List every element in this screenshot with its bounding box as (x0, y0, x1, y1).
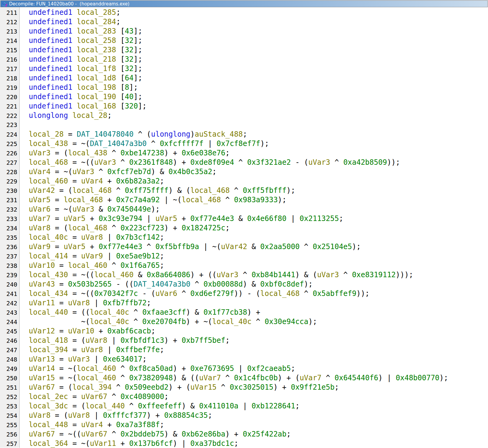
code-line[interactable]: 235 local_40c = uVar8 | 0x7b3cf142; (0, 233, 488, 242)
code-line[interactable]: 217 undefined1 local_1f8 [32]; (0, 64, 488, 73)
code-text[interactable]: uVar13 = uVar3 | 0xe634017; (20, 355, 147, 364)
code-line[interactable]: 256 uVar67 = ~((uVar67 ^ 0x2bddeb75) & 0… (0, 430, 488, 439)
code-text[interactable]: undefined1 local_258 [32]; (20, 36, 142, 45)
code-text[interactable]: uVar8 = (uVar8 | 0xfffcf377) + 0x88854c3… (20, 411, 212, 420)
code-text[interactable]: uVar11 = uVar8 | 0xfb7ffb72; (20, 298, 151, 308)
code-text[interactable]: uVar12 = uVar10 + 0xabf6cacb; (20, 326, 155, 336)
code-line[interactable]: 249 uVar14 = ~(local_460 ^ 0xf8ca50ad) +… (0, 364, 488, 373)
code-line[interactable]: 241 local_434 = ~((0x70342f7c - (uVar6 ^… (0, 289, 488, 298)
code-line[interactable]: 251 uVar67 = (local_394 ^ 0x509eebd2) + … (0, 383, 488, 392)
code-text[interactable]: uVar15 = ~(local_460 ^ 0x73820948) & ((u… (20, 373, 448, 383)
code-line[interactable]: 239 local_430 = ~((local_460 & 0x8a66408… (0, 270, 488, 280)
code-line[interactable]: 254 uVar8 = (uVar8 | 0xfffcf377) + 0x888… (0, 411, 488, 420)
code-text[interactable]: undefined1 local_190 [40]; (20, 92, 142, 102)
code-line[interactable]: 222 ulonglong local_28; (0, 111, 488, 120)
code-text[interactable]: uVar67 = ~((uVar67 ^ 0x2bddeb75) & 0xb62… (20, 430, 291, 439)
code-line[interactable]: 231 uVar5 = local_468 + 0x7c7a4a92 | ~(l… (0, 195, 488, 205)
code-text[interactable]: uVar5 = local_468 + 0x7c7a4a92 | ~(local… (20, 195, 287, 205)
code-line[interactable]: 244 ~(local_40c ^ 0xe20704fb) + ~(local_… (0, 317, 488, 326)
decompiler-icon: C f (2, 1, 8, 7)
code-text[interactable]: uVar7 = uVar5 + 0x3c93e794 | uVar5 + 0xf… (20, 214, 343, 223)
code-text[interactable]: local_40c = uVar8 | 0x7b3cf142; (20, 233, 164, 242)
code-line[interactable]: 247 local_394 = uVar8 | 0xffbef7fe; (0, 345, 488, 355)
code-text[interactable]: local_434 = ~((0x70342f7c - (uVar6 ^ 0xd… (20, 289, 369, 298)
code-line[interactable]: 220 undefined1 local_190 [40]; (0, 92, 488, 102)
code-line[interactable]: 233 uVar7 = uVar5 + 0x3c93e794 | uVar5 +… (0, 214, 488, 223)
code-text[interactable]: local_418 = (uVar8 | 0xfbfdf1c3) + 0xb7f… (20, 336, 230, 345)
code-line[interactable]: 212 undefined1 local_284; (0, 17, 488, 27)
code-text[interactable]: local_440 = ((local_40c ^ 0xfaae3cff) & … (20, 308, 260, 317)
code-text[interactable]: local_394 = uVar8 | 0xffbef7fe; (20, 345, 164, 355)
code-line[interactable]: 213 undefined1 local_283 [43]; (0, 27, 488, 36)
line-number: 218 (0, 74, 19, 83)
code-line[interactable]: 253 local_3dc = (local_440 ^ 0xffeefeff)… (0, 401, 488, 411)
code-text[interactable]: undefined1 local_285; (20, 8, 120, 17)
code-line[interactable]: 224 local_28 = DAT_140478040 ^ (ulonglon… (0, 130, 488, 139)
code-text[interactable]: uVar3 = (local_438 ^ 0xbe147238) + 0x6e0… (20, 148, 230, 158)
code-line[interactable]: 245 uVar12 = uVar10 + 0xabf6cacb; (0, 326, 488, 336)
line-number: 234 (0, 224, 19, 233)
code-text[interactable]: uVar43 = 0x503b2565 - ((DAT_14047a3b0 ^ … (20, 280, 313, 289)
code-line[interactable]: 240 uVar43 = 0x503b2565 - ((DAT_14047a3b… (0, 280, 488, 289)
code-line[interactable]: 236 uVar9 = uVar5 + 0xf77e44e3 ^ 0xf5bff… (0, 242, 488, 252)
code-text[interactable]: local_460 = uVar4 + 0x6b82a3a2; (20, 177, 164, 186)
line-number: 217 (0, 64, 19, 74)
code-text[interactable]: uVar42 = (local_468 ^ 0xff75ffff) & (loc… (20, 186, 295, 195)
code-text[interactable]: local_430 = ~((local_460 & 0x8a664086) +… (20, 270, 413, 280)
code-text[interactable]: ulonglong local_28; (20, 111, 112, 120)
code-line[interactable]: 226 uVar3 = (local_438 ^ 0xbe147238) + 0… (0, 148, 488, 158)
code-text[interactable]: uVar9 = uVar5 + 0xf77e44e3 ^ 0xf5bffb9a … (20, 242, 361, 252)
code-text[interactable]: local_28 = DAT_140478040 ^ (ulonglong)au… (20, 130, 247, 139)
code-line[interactable]: 230 uVar42 = (local_468 ^ 0xff75ffff) & … (0, 186, 488, 195)
code-line[interactable]: 257 local_364 = ~(uVar11 + 0x137b6fcf) |… (0, 439, 488, 448)
code-text[interactable]: undefined1 local_168 [320]; (20, 102, 147, 111)
line-number: 247 (0, 346, 19, 355)
code-line[interactable]: 238 uVar10 = local_460 ^ 0x1f6a765; (0, 261, 488, 270)
code-text[interactable]: undefined1 local_283 [43]; (20, 27, 142, 36)
code-line[interactable]: 252 local_2ec = uVar67 ^ 0xc4089000; (0, 392, 488, 401)
code-text[interactable]: undefined1 local_198 [8]; (20, 83, 138, 92)
code-line[interactable]: 250 uVar15 = ~(local_460 ^ 0x73820948) &… (0, 373, 488, 383)
code-text[interactable]: undefined1 local_1d8 [64]; (20, 73, 142, 83)
code-line[interactable]: 243 local_440 = ((local_40c ^ 0xfaae3cff… (0, 308, 488, 317)
code-text[interactable]: local_3dc = (local_440 ^ 0xffeefeff) & 0… (20, 401, 300, 411)
code-text[interactable]: local_448 = uVar4 + 0xa7a3f88f; (20, 420, 164, 430)
code-text[interactable]: uVar14 = ~(local_460 ^ 0xf8ca50ad) + 0xe… (20, 364, 295, 373)
code-line[interactable]: 223 (0, 120, 488, 130)
code-text[interactable]: uVar10 = local_460 ^ 0x1f6a765; (20, 261, 164, 270)
code-text[interactable]: local_2ec = uVar67 ^ 0xc4089000; (20, 392, 168, 401)
code-text[interactable]: undefined1 local_218 [32]; (20, 55, 142, 64)
code-line[interactable]: 234 uVar8 = (local_468 ^ 0x223cf723) + 0… (0, 223, 488, 233)
code-line[interactable]: 237 local_414 = uVar9 | 0xe5ae9b12; (0, 252, 488, 261)
code-text[interactable]: local_364 = ~(uVar11 + 0x137b6fcf) | 0xa… (20, 439, 239, 448)
decompile-code-panel[interactable]: 211 undefined1 local_285;212 undefined1 … (0, 7, 488, 448)
code-line[interactable]: 219 undefined1 local_198 [8]; (0, 83, 488, 92)
code-text[interactable]: local_468 = ~((uVar3 ^ 0x2361f848) + 0xd… (20, 158, 400, 167)
code-line[interactable]: 214 undefined1 local_258 [32]; (0, 36, 488, 45)
code-text[interactable]: uVar8 = (local_468 ^ 0x223cf723) + 0x182… (20, 223, 230, 233)
code-line[interactable]: 229 local_460 = uVar4 + 0x6b82a3a2; (0, 177, 488, 186)
decompiler-title-bar[interactable]: C f Decompile: FUN_14020ba00 - (hopeandd… (0, 0, 488, 7)
code-text[interactable]: local_414 = uVar9 | 0xe5ae9b12; (20, 252, 164, 261)
code-line[interactable]: 242 uVar11 = uVar8 | 0xfb7ffb72; (0, 298, 488, 308)
code-line[interactable]: 248 uVar13 = uVar3 | 0xe634017; (0, 355, 488, 364)
code-text[interactable]: uVar4 = ~(uVar3 ^ 0xfcf7eb7d) & 0x4b0c35… (20, 167, 216, 177)
code-text[interactable]: ~(local_40c ^ 0xe20704fb) + ~(local_40c … (20, 317, 317, 326)
code-text[interactable]: uVar67 = (local_394 ^ 0x509eebd2) + (uVa… (20, 383, 339, 392)
code-line[interactable]: 255 local_448 = uVar4 + 0xa7a3f88f; (0, 420, 488, 430)
code-text[interactable]: undefined1 local_1f8 [32]; (20, 64, 142, 73)
code-text[interactable]: uVar6 = ~(uVar3 & 0x7450449e); (20, 205, 160, 214)
code-line[interactable]: 218 undefined1 local_1d8 [64]; (0, 73, 488, 83)
code-line[interactable]: 215 undefined1 local_238 [32]; (0, 45, 488, 55)
code-text[interactable]: undefined1 local_284; (20, 17, 120, 27)
code-line[interactable]: 225 local_438 = ~(DAT_14047a3b0 ^ 0xfcff… (0, 139, 488, 148)
code-line[interactable]: 227 local_468 = ~((uVar3 ^ 0x2361f848) +… (0, 158, 488, 167)
code-line[interactable]: 246 local_418 = (uVar8 | 0xfbfdf1c3) + 0… (0, 336, 488, 345)
code-line[interactable]: 221 undefined1 local_168 [320]; (0, 102, 488, 111)
code-line[interactable]: 216 undefined1 local_218 [32]; (0, 55, 488, 64)
code-line[interactable]: 228 uVar4 = ~(uVar3 ^ 0xfcf7eb7d) & 0x4b… (0, 167, 488, 177)
code-text[interactable]: undefined1 local_238 [32]; (20, 45, 142, 55)
code-line[interactable]: 232 uVar6 = ~(uVar3 & 0x7450449e); (0, 205, 488, 214)
code-line[interactable]: 211 undefined1 local_285; (0, 8, 488, 17)
code-text[interactable]: local_438 = ~(DAT_14047a3b0 ^ 0xfcffff7f… (20, 139, 269, 148)
